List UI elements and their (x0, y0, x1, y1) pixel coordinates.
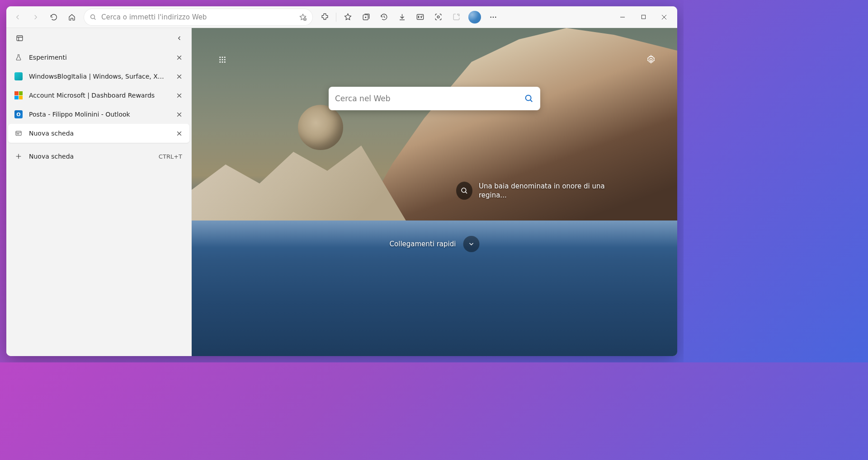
tab-item[interactable]: Account Microsoft | Dashboard Rewards (8, 86, 189, 105)
web-search-input[interactable] (335, 94, 524, 103)
sidebar-header (6, 28, 191, 48)
image-info-text: Una baia denominata in onore di una regi… (479, 182, 619, 200)
page-overlay: Una baia denominata in onore di una regi… (192, 28, 677, 356)
address-input[interactable] (101, 13, 299, 21)
history-button[interactable] (375, 9, 392, 26)
back-button[interactable] (9, 9, 26, 26)
app-launcher-button[interactable] (213, 51, 231, 69)
svg-point-23 (650, 58, 652, 61)
svg-rect-10 (16, 131, 21, 135)
new-tab-shortcut: CTRL+T (159, 153, 182, 160)
tab-close-button[interactable] (173, 70, 185, 82)
new-tab-page: Una baia denominata in onore di una regi… (192, 28, 677, 356)
share-button[interactable] (448, 9, 465, 26)
svg-point-17 (219, 59, 221, 61)
extensions-button[interactable] (316, 9, 333, 26)
menu-button[interactable] (485, 9, 502, 26)
content-area: EsperimentiWindowsBlogItalia | Windows, … (6, 28, 677, 356)
page-settings-button[interactable] (642, 51, 660, 69)
svg-point-13 (19, 134, 19, 134)
address-bar[interactable] (84, 9, 312, 25)
new-tab-label: Nuova scheda (29, 153, 152, 160)
screenshot-button[interactable] (429, 9, 447, 26)
toolbar-divider (336, 13, 336, 22)
svg-point-16 (224, 56, 226, 58)
tab-close-button[interactable] (173, 89, 185, 101)
svg-point-12 (18, 134, 18, 134)
maximize-button[interactable] (633, 10, 654, 24)
tab-label: Esperimenti (29, 54, 167, 61)
svg-point-14 (219, 56, 221, 58)
collections-button[interactable] (357, 9, 374, 26)
tab-close-button[interactable] (173, 108, 185, 120)
tab-actions-button[interactable] (13, 31, 26, 45)
tab-item[interactable]: WindowsBlogItalia | Windows, Surface, Xb… (8, 67, 189, 86)
math-button[interactable] (411, 9, 429, 26)
svg-point-22 (224, 61, 226, 63)
plus-icon (14, 153, 23, 160)
collapse-sidebar-button[interactable] (172, 31, 186, 45)
window-controls (612, 10, 675, 24)
tab-label: Nuova scheda (29, 130, 167, 137)
quick-links-row: Collegamenti rapidi (390, 236, 480, 252)
svg-point-24 (526, 95, 531, 101)
web-search-box[interactable] (329, 87, 540, 110)
svg-point-4 (437, 16, 439, 18)
new-tab-button[interactable]: Nuova scheda CTRL+T (8, 146, 189, 166)
tab-favicon (14, 53, 23, 61)
close-button[interactable] (654, 10, 675, 24)
browser-window: EsperimentiWindowsBlogItalia | Windows, … (6, 6, 677, 356)
tab-close-button[interactable] (173, 52, 185, 63)
info-search-icon (456, 182, 472, 200)
svg-rect-3 (417, 14, 423, 19)
tabs-list: EsperimentiWindowsBlogItalia | Windows, … (6, 48, 191, 143)
add-favorite-icon[interactable] (299, 13, 307, 21)
profile-avatar[interactable] (468, 11, 481, 23)
favorites-button[interactable] (339, 9, 356, 26)
svg-point-6 (493, 16, 494, 18)
tab-favicon (14, 110, 23, 118)
tab-favicon (14, 91, 23, 99)
svg-point-11 (17, 134, 17, 134)
svg-point-18 (222, 59, 223, 61)
forward-button[interactable] (27, 9, 44, 26)
svg-point-25 (462, 188, 466, 192)
image-info-pill[interactable]: Una baia denominata in onore di una regi… (456, 182, 619, 200)
svg-point-7 (495, 16, 496, 18)
svg-point-15 (222, 56, 223, 58)
svg-point-0 (91, 14, 95, 19)
home-button[interactable] (63, 9, 80, 26)
tab-item[interactable]: Posta - Filippo Molinini - Outlook (8, 105, 189, 124)
tab-close-button[interactable] (173, 127, 185, 139)
tab-favicon (14, 72, 23, 80)
svg-rect-9 (17, 35, 23, 40)
svg-rect-8 (642, 15, 645, 19)
tab-label: Posta - Filippo Molinini - Outlook (29, 111, 167, 118)
downloads-button[interactable] (393, 9, 410, 26)
tab-label: WindowsBlogItalia | Windows, Surface, Xb… (29, 73, 167, 80)
tab-item[interactable]: Nuova scheda (8, 124, 189, 143)
vertical-tabs-sidebar: EsperimentiWindowsBlogItalia | Windows, … (6, 28, 192, 356)
quick-links-expand-button[interactable] (463, 236, 479, 252)
quick-links-label: Collegamenti rapidi (390, 240, 456, 248)
search-icon (90, 14, 97, 21)
search-submit-icon[interactable] (524, 94, 534, 103)
tab-label: Account Microsoft | Dashboard Rewards (29, 92, 167, 99)
tab-item[interactable]: Esperimenti (8, 48, 189, 67)
svg-point-20 (219, 61, 221, 63)
toolbar (6, 6, 677, 28)
tab-favicon (14, 129, 23, 137)
svg-point-19 (224, 59, 226, 61)
minimize-button[interactable] (612, 10, 633, 24)
svg-point-21 (222, 61, 223, 63)
refresh-button[interactable] (45, 9, 62, 26)
svg-point-5 (490, 16, 491, 18)
